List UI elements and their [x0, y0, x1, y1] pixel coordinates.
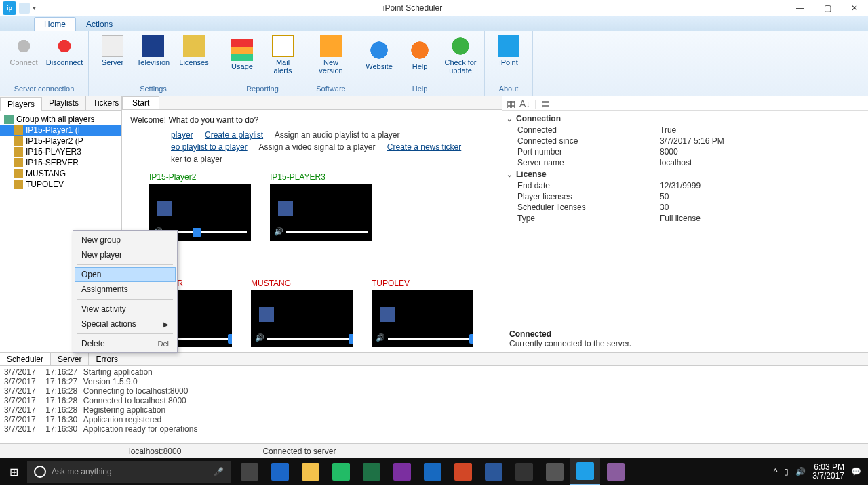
volume-slider[interactable]: 🔊 — [376, 333, 469, 343]
check-update-button[interactable]: Check for update — [441, 34, 480, 76]
save-icon[interactable] — [19, 3, 30, 14]
start-button[interactable]: ⊞ — [0, 458, 27, 485]
disconnect-button[interactable]: Disconnect — [45, 34, 84, 68]
link-player[interactable]: player — [171, 130, 193, 140]
tab-playlists[interactable]: Playlists — [42, 96, 86, 110]
ipoint-taskbar-icon[interactable] — [570, 458, 600, 485]
paint-icon[interactable] — [601, 458, 631, 485]
chevron-down-icon: ⌄ — [507, 171, 513, 178]
slider-knob[interactable] — [349, 334, 353, 344]
tree-item[interactable]: TUPOLEV — [0, 179, 121, 190]
about-ipoint-button[interactable]: iPoint — [489, 34, 528, 68]
taskview-icon[interactable] — [235, 458, 264, 485]
tab-home[interactable]: Home — [34, 17, 76, 31]
explorer-icon[interactable] — [296, 458, 326, 485]
player-thumbnail[interactable]: MUSTANG 🔊 — [251, 279, 353, 347]
category-connection[interactable]: ⌄Connection — [502, 113, 868, 125]
thumbnail-name: MUSTANG — [251, 279, 353, 288]
slider-knob[interactable] — [193, 228, 201, 237]
menu-delete[interactable]: DeleteDel — [75, 336, 176, 351]
menu-open[interactable]: Open — [75, 267, 176, 282]
mail-alerts-button[interactable]: Mail alerts — [263, 34, 302, 76]
tree-item[interactable]: IP15-Player1 (I — [0, 125, 121, 136]
server-settings-button[interactable]: Server — [93, 34, 132, 68]
tab-start[interactable]: Start — [122, 96, 159, 109]
speaker-icon: 🔊 — [255, 333, 264, 343]
store-icon[interactable] — [326, 458, 356, 485]
menu-special-actions[interactable]: Special actions▶ — [75, 317, 176, 331]
tab-server-log[interactable]: Server — [51, 353, 89, 365]
new-version-button[interactable]: New version — [311, 34, 351, 76]
thumbnail-name: IP15-Player2 — [149, 172, 251, 182]
menu-new-group[interactable]: New group — [75, 232, 176, 247]
onenote-icon[interactable] — [387, 458, 417, 485]
tree-root[interactable]: Group with all players — [0, 114, 121, 125]
menu-view-activity[interactable]: View activity — [75, 302, 176, 317]
notifications-icon[interactable]: 💬 — [851, 467, 861, 476]
close-button[interactable]: ✕ — [841, 0, 868, 16]
player-thumbnail[interactable]: TUPOLEV 🔊 — [372, 279, 473, 347]
link-create-ticker[interactable]: Create a news ticker — [387, 142, 461, 152]
search-box[interactable]: Ask me anything 🎤 — [27, 461, 231, 483]
tab-scheduler-log[interactable]: Scheduler — [0, 353, 51, 365]
welcome-heading: Welcome! What do you want to do? — [130, 115, 494, 125]
edge-icon[interactable] — [265, 458, 295, 485]
website-button[interactable]: Website — [359, 34, 399, 76]
maximize-button[interactable]: ▢ — [814, 0, 841, 16]
tree-item[interactable]: IP15-SERVER — [0, 157, 121, 168]
outlook-icon[interactable] — [418, 458, 448, 485]
help-button[interactable]: Help — [400, 34, 439, 76]
network-icon[interactable]: ▯ — [784, 467, 789, 476]
categorize-icon[interactable]: ▦ — [507, 98, 515, 109]
volume-slider[interactable]: 🔊 — [274, 227, 368, 237]
cmd-icon[interactable] — [509, 458, 539, 485]
window-title: iPoint Scheduler — [39, 3, 787, 13]
television-settings-button[interactable]: Television — [134, 34, 173, 68]
tray-chevron-icon[interactable]: ^ — [774, 467, 778, 476]
tree-item[interactable]: IP15-Player2 (P — [0, 136, 121, 146]
qat-dropdown-icon[interactable]: ▾ — [33, 4, 36, 12]
tab-actions[interactable]: Actions — [76, 17, 123, 31]
volume-icon[interactable]: 🔊 — [795, 467, 806, 476]
sort-az-icon[interactable]: A↓ — [519, 98, 530, 109]
licenses-button[interactable]: Licenses — [174, 34, 214, 68]
powerpoint-icon[interactable] — [448, 458, 478, 485]
tab-errors-log[interactable]: Errors — [89, 353, 125, 365]
key-icon — [183, 35, 205, 57]
prop-value: Full license — [660, 214, 701, 223]
tree-item[interactable]: MUSTANG — [0, 168, 121, 179]
word-icon[interactable] — [479, 458, 509, 485]
connect-button[interactable]: Connect — [4, 34, 43, 68]
mic-icon[interactable]: 🎤 — [214, 467, 224, 476]
tab-tickers[interactable]: Tickers — [86, 96, 126, 110]
slider-knob[interactable] — [228, 334, 232, 344]
prop-key: End date — [517, 181, 660, 190]
prop-value: 8000 — [660, 147, 678, 157]
player-icon — [14, 125, 23, 135]
link-video-playlist[interactable]: eo playlist to a player — [171, 142, 248, 152]
properties-page-icon[interactable]: ▤ — [541, 98, 550, 109]
volume-slider[interactable]: 🔊 — [255, 333, 349, 343]
tray-clock[interactable]: 6:03 PM 3/7/2017 — [812, 463, 844, 481]
usage-button[interactable]: Usage — [222, 34, 262, 76]
tree-item[interactable]: IP15-PLAYER3 — [0, 146, 121, 157]
welcome-links: player Create a playlist Assign an audio… — [130, 129, 494, 165]
slider-knob[interactable] — [469, 334, 473, 344]
excel-icon[interactable] — [357, 458, 387, 485]
category-license[interactable]: ⌄License — [502, 168, 868, 180]
property-grid: ⌄Connection ConnectedTrue Connected sinc… — [502, 111, 868, 325]
player-thumbnail[interactable]: IP15-PLAYER3 🔊 — [270, 172, 372, 241]
link-create-playlist[interactable]: Create a playlist — [205, 130, 263, 140]
tree-item-label: IP15-PLAYER3 — [26, 147, 81, 157]
menu-assignments[interactable]: Assignments — [75, 282, 176, 297]
settings-icon[interactable] — [540, 458, 570, 485]
menu-new-player[interactable]: New player — [75, 247, 176, 262]
player-thumbnails: IP15-Player2 🔊 IP15-PLAYER3 🔊 IP15-SERVE… — [130, 172, 494, 347]
minimize-button[interactable]: — — [787, 0, 814, 16]
status-bar: localhost:8000 Connected to server — [0, 443, 868, 458]
tab-players[interactable]: Players — [0, 97, 42, 111]
log-panel: Scheduler Server Errors 3/7/2017 17:16:2… — [0, 352, 868, 443]
chart-icon — [231, 39, 253, 61]
prop-key: Connected since — [517, 136, 660, 146]
text-assign-video: Assign a video signal to a player — [258, 142, 375, 152]
